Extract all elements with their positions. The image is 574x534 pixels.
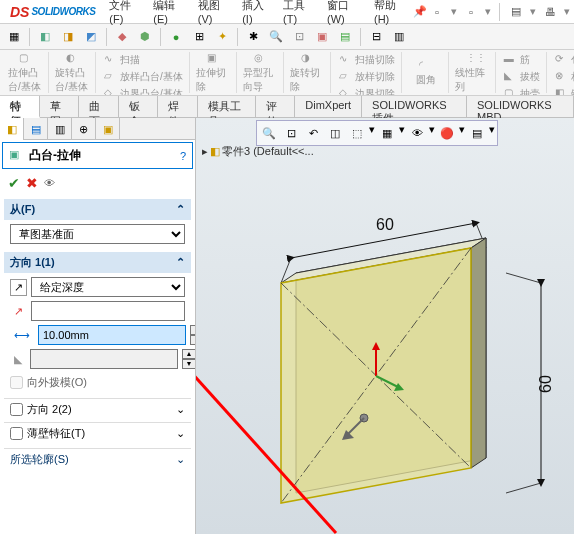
- tool5-icon[interactable]: ⬢: [135, 27, 155, 47]
- new-doc-icon[interactable]: ▫: [429, 4, 445, 20]
- cmd-hole-wizard[interactable]: ◎异型孔向导: [243, 52, 279, 94]
- svg-line-2: [506, 273, 541, 283]
- tool8-icon[interactable]: ✦: [212, 27, 232, 47]
- cmd-draft[interactable]: ◣拔模: [502, 69, 542, 85]
- preview-icon[interactable]: 👁: [44, 177, 55, 189]
- tool14-icon[interactable]: ⊟: [366, 27, 386, 47]
- tool11-icon[interactable]: ⊡: [289, 27, 309, 47]
- dim-right-value: 60: [537, 375, 554, 393]
- config-icon: ▤: [31, 123, 41, 136]
- cmd-loft[interactable]: ▱放样凸台/基体: [102, 69, 185, 85]
- menu-help[interactable]: 帮助(H): [368, 0, 411, 28]
- panel-actions: ✔ ✖ 👁: [0, 171, 195, 195]
- extrude-side-face: [471, 238, 486, 468]
- depth-spin-down[interactable]: ▼: [190, 335, 195, 345]
- panel-tab-5[interactable]: ▣: [96, 118, 120, 140]
- tool4-icon[interactable]: ◆: [112, 27, 132, 47]
- help-icon[interactable]: ?: [180, 150, 186, 162]
- cmd-fillet[interactable]: ◜圆角: [408, 59, 444, 87]
- open-doc-icon[interactable]: ▫: [463, 4, 479, 20]
- menu-tools[interactable]: 工具(T): [277, 0, 319, 28]
- tool9-icon[interactable]: ✱: [243, 27, 263, 47]
- cmd-wrap[interactable]: ⟳包覆: [553, 52, 574, 68]
- menu-bar: DS SOLIDWORKS 文件(F) 编辑(E) 视图(V) 插入(I) 工具…: [0, 0, 574, 24]
- section-thin[interactable]: 薄壁特征(T) ⌄: [4, 422, 191, 444]
- draft-outward-checkbox[interactable]: [10, 376, 23, 389]
- tool13-icon[interactable]: ▤: [335, 27, 355, 47]
- tool10-icon[interactable]: 🔍: [266, 27, 286, 47]
- direction-vector-field[interactable]: [31, 301, 185, 321]
- ok-button[interactable]: ✔: [8, 175, 20, 191]
- menu-window[interactable]: 窗口(W): [321, 0, 366, 28]
- model-view[interactable]: 60 60: [196, 118, 574, 534]
- tab-weldment[interactable]: 焊件: [158, 96, 198, 117]
- tab-surface[interactable]: 曲面: [79, 96, 119, 117]
- section-contours[interactable]: 所选轮廓(S)⌄: [4, 448, 191, 470]
- draft-angle-field[interactable]: [30, 349, 178, 369]
- cmd-revolve-boss[interactable]: ◐旋转凸台/基体: [55, 52, 91, 94]
- tab-evaluate[interactable]: 评估: [256, 96, 296, 117]
- save-icon[interactable]: ▤: [508, 4, 524, 20]
- cmd-sweep-cut[interactable]: ∿扫描切除: [337, 52, 397, 68]
- tab-moldtools[interactable]: 模具工具: [198, 96, 256, 117]
- draft-spin-down[interactable]: ▼: [182, 359, 195, 369]
- direction-vector-icon[interactable]: ↗: [10, 305, 27, 318]
- tool2-icon[interactable]: ◨: [58, 27, 78, 47]
- rebuild-icon[interactable]: ▦: [4, 27, 24, 47]
- cmd-intersect[interactable]: ⊗相交: [553, 69, 574, 85]
- cmd-extrude-boss[interactable]: ▢拉伸凸台/基体: [8, 52, 44, 94]
- tab-swmbd[interactable]: SOLIDWORKS MBD: [467, 96, 574, 117]
- cancel-button[interactable]: ✖: [26, 175, 38, 191]
- tab-sheetmetal[interactable]: 钣金: [119, 96, 159, 117]
- section-from[interactable]: 从(F)⌃: [4, 199, 191, 220]
- draft-spin-up[interactable]: ▲: [182, 349, 195, 359]
- tool12-icon[interactable]: ▣: [312, 27, 332, 47]
- dim-top-value: 60: [376, 216, 394, 233]
- cmd-shell[interactable]: ▢抽壳: [502, 86, 542, 96]
- panel-tab-feature[interactable]: ◧: [0, 118, 24, 140]
- cmd-boundary[interactable]: ◇边界凸台/基体: [102, 86, 185, 96]
- menu-file[interactable]: 文件(F): [103, 0, 145, 28]
- graphics-area[interactable]: 🔍 ⊡ ↶ ◫ ⬚▾ ▦▾ 👁▾ 🔴▾ ▤▾ ▸ ◧ 零件3 (Default<…: [196, 118, 574, 534]
- end-condition-select[interactable]: 给定深度: [31, 277, 185, 297]
- tool7-icon[interactable]: ⊞: [189, 27, 209, 47]
- cmd-loft-cut[interactable]: ▱放样切除: [337, 69, 397, 85]
- tool3-icon[interactable]: ◩: [81, 27, 101, 47]
- tab-dimxpert[interactable]: DimXpert: [295, 96, 362, 117]
- cmd-mirror[interactable]: ◧镜向: [553, 86, 574, 96]
- tool1-icon[interactable]: ◧: [35, 27, 55, 47]
- cmd-boundary-cut[interactable]: ◇边界切除: [337, 86, 397, 96]
- section-direction1[interactable]: 方向 1(1)⌃: [4, 252, 191, 273]
- cmd-extrude-cut[interactable]: ▣拉伸切除: [196, 52, 232, 94]
- section-direction2[interactable]: 方向 2(2) ⌄: [4, 398, 191, 420]
- pin-icon[interactable]: 📌: [413, 4, 427, 20]
- cmd-revolve-cut[interactable]: ◑旋转切除: [290, 52, 326, 94]
- collapse-icon: ⌃: [176, 203, 185, 216]
- draft-icon[interactable]: ◣: [10, 353, 26, 366]
- depth-input[interactable]: [38, 325, 186, 345]
- tab-sketch[interactable]: 草图: [40, 96, 80, 117]
- reverse-direction-icon[interactable]: ↗: [10, 279, 27, 296]
- expand-icon: ⌄: [176, 453, 185, 466]
- cmd-rib[interactable]: ▬筋: [502, 52, 542, 68]
- panel-tab-config[interactable]: ▤: [24, 118, 48, 140]
- panel-tab-4[interactable]: ⊕: [72, 118, 96, 140]
- tool15-icon[interactable]: ▥: [389, 27, 409, 47]
- from-plane-select[interactable]: 草图基准面: [10, 224, 185, 244]
- cmd-sweep[interactable]: ∿扫描: [102, 52, 185, 68]
- depth-spin-up[interactable]: ▲: [190, 325, 195, 335]
- thin-feature-checkbox[interactable]: [10, 427, 23, 440]
- feature-header: ▣ 凸台-拉伸 ?: [2, 142, 193, 169]
- tab-swaddins[interactable]: SOLIDWORKS 插件: [362, 96, 467, 117]
- tab-feature[interactable]: 特征: [0, 96, 40, 118]
- tool6-icon[interactable]: ●: [166, 27, 186, 47]
- direction2-checkbox[interactable]: [10, 403, 23, 416]
- menu-insert[interactable]: 插入(I): [236, 0, 275, 28]
- cmd-pattern[interactable]: ⋮⋮线性阵列: [455, 52, 491, 94]
- command-tabs: 特征 草图 曲面 钣金 焊件 模具工具 评估 DimXpert SOLIDWOR…: [0, 96, 574, 118]
- menu-edit[interactable]: 编辑(E): [147, 0, 189, 28]
- command-ribbon: ▢拉伸凸台/基体 ◐旋转凸台/基体 ∿扫描 ▱放样凸台/基体 ◇边界凸台/基体 …: [0, 50, 574, 96]
- panel-tab-display[interactable]: ▥: [48, 118, 72, 140]
- menu-view[interactable]: 视图(V): [192, 0, 234, 28]
- print-icon[interactable]: 🖶: [542, 4, 558, 20]
